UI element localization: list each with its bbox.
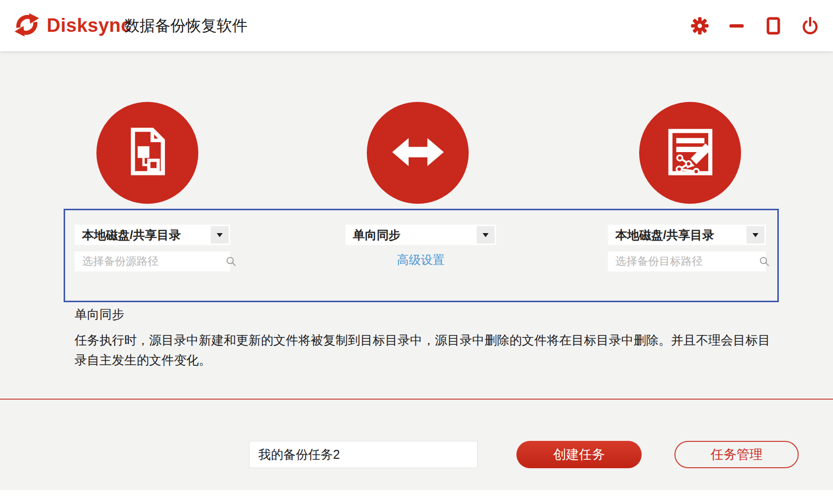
power-close-icon[interactable] bbox=[799, 15, 821, 37]
target-type-select[interactable]: 本地磁盘/共享目录 bbox=[608, 225, 766, 245]
target-circle bbox=[639, 102, 741, 204]
chevron-down-icon[interactable] bbox=[477, 226, 495, 244]
sync-mode-heading: 单向同步 bbox=[75, 306, 124, 323]
create-task-button[interactable]: 创建任务 bbox=[516, 441, 642, 468]
source-type-select[interactable]: 本地磁盘/共享目录 bbox=[75, 225, 230, 245]
task-config-panel: 本地磁盘/共享目录 单向同步 高级设置 本地磁盘/共享目录 bbox=[64, 209, 779, 302]
source-path-field[interactable] bbox=[75, 252, 230, 271]
target-type-value: 本地磁盘/共享目录 bbox=[608, 227, 747, 243]
chevron-down-icon[interactable] bbox=[211, 226, 229, 244]
sync-mode-select[interactable]: 单向同步 bbox=[345, 225, 496, 245]
document-edit-icon bbox=[661, 123, 720, 183]
section-divider bbox=[0, 399, 833, 400]
sync-circle bbox=[367, 102, 469, 204]
source-type-value: 本地磁盘/共享目录 bbox=[75, 227, 211, 243]
source-path-input[interactable] bbox=[75, 252, 225, 271]
advanced-settings-link[interactable]: 高级设置 bbox=[345, 252, 496, 268]
bottom-strip bbox=[0, 490, 833, 504]
chevron-down-icon[interactable] bbox=[747, 226, 764, 244]
double-arrow-icon bbox=[389, 123, 447, 183]
window-controls bbox=[689, 0, 821, 51]
document-flowchart-icon bbox=[118, 123, 177, 183]
search-icon[interactable] bbox=[225, 255, 237, 267]
target-path-field[interactable] bbox=[608, 252, 766, 271]
minimize-icon[interactable] bbox=[726, 15, 748, 37]
sync-mode-value: 单向同步 bbox=[345, 227, 477, 243]
sync-logo-icon bbox=[13, 11, 41, 39]
search-icon[interactable] bbox=[758, 255, 770, 267]
app-title: 数据备份恢复软件 bbox=[124, 0, 248, 51]
maximize-icon[interactable] bbox=[762, 15, 784, 37]
sync-mode-description: 任务执行时，源目录中新建和更新的文件将被复制到目标目录中，源目录中删除的文件将在… bbox=[75, 330, 776, 370]
title-bar: Disksync 数据备份恢复软件 bbox=[0, 0, 833, 51]
target-path-input[interactable] bbox=[608, 252, 758, 271]
settings-gear-icon[interactable] bbox=[689, 15, 711, 37]
brand-name: Disksync bbox=[47, 0, 132, 51]
task-name-input[interactable] bbox=[249, 441, 478, 468]
source-circle bbox=[96, 102, 198, 204]
manage-tasks-button[interactable]: 任务管理 bbox=[674, 441, 799, 468]
